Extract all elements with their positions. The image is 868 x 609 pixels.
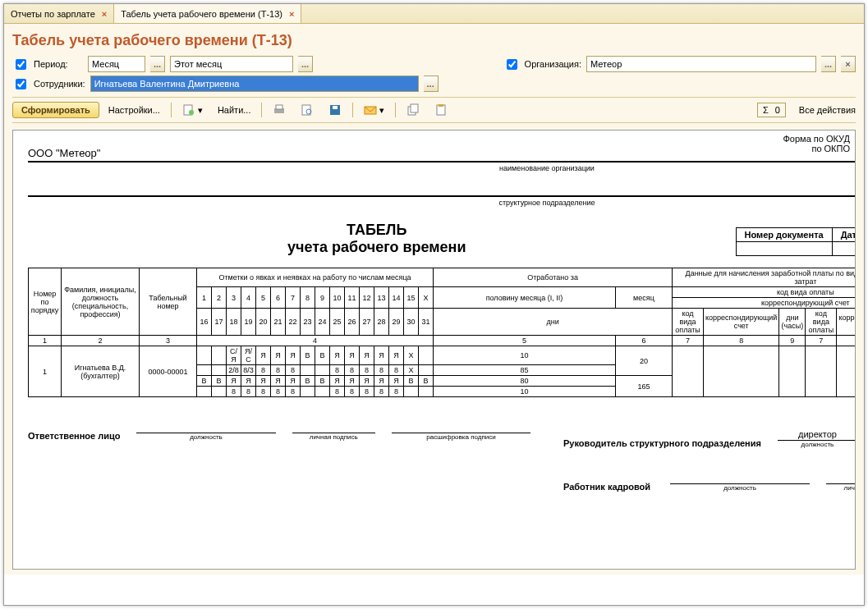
svg-rect-3: [276, 105, 282, 109]
tab-label: Табель учета рабочего времени (Т-13): [121, 9, 282, 19]
all-actions-button[interactable]: Все действия: [799, 105, 856, 115]
period-checkbox[interactable]: [16, 59, 26, 70]
settings-button[interactable]: Настройки...: [103, 102, 166, 118]
main-table: Номер по порядку Фамилия, инициалы, долж…: [28, 268, 856, 397]
emp-checkbox[interactable]: [16, 79, 26, 89]
resp-label: Ответственное лицо: [28, 431, 120, 441]
doc-meta-table: Номер документаДата составления 04.07.20…: [736, 227, 857, 256]
org-sub: наименование организации: [28, 164, 856, 172]
svg-rect-7: [333, 106, 338, 109]
org-field[interactable]: Метеор: [586, 56, 816, 72]
copy-button[interactable]: [401, 100, 425, 120]
period-mode-field[interactable]: Месяц: [88, 56, 145, 72]
copy-icon: [406, 103, 420, 117]
svg-rect-10: [411, 104, 418, 112]
preview-icon: [301, 103, 314, 117]
doc-title: ТАБЕЛЬ учета рабочего времени: [28, 222, 726, 256]
close-icon[interactable]: ×: [289, 9, 294, 19]
paste-button[interactable]: [429, 100, 453, 120]
emp-field[interactable]: Игнатьева Валентина Дмитриевна: [90, 76, 419, 92]
form-codes: Форма по ОКУД по ОКПО: [783, 134, 851, 153]
org-lookup[interactable]: ...: [821, 56, 836, 72]
find-button[interactable]: Найти...: [212, 102, 257, 118]
close-icon[interactable]: ×: [102, 9, 107, 19]
mail-button[interactable]: ▾: [358, 100, 390, 120]
period-mode-lookup[interactable]: ...: [150, 56, 165, 72]
diskette-icon: [328, 103, 342, 117]
print-button[interactable]: [267, 100, 292, 120]
tab-reports[interactable]: Отчеты по зарплате ×: [4, 4, 114, 23]
mail-icon: [364, 103, 377, 117]
sigma-icon: Σ: [763, 105, 769, 115]
variant-button[interactable]: ▾: [177, 100, 209, 120]
preview-button[interactable]: [295, 100, 319, 120]
save-button[interactable]: [323, 100, 347, 120]
page-icon: [182, 103, 195, 117]
report-area[interactable]: Форма по ОКУД по ОКПО ООО "Метеор" наиме…: [12, 130, 856, 570]
org-checkbox[interactable]: [507, 59, 517, 70]
tab-t13[interactable]: Табель учета рабочего времени (Т-13) ×: [114, 4, 301, 23]
hr-label: Работник кадровой: [563, 482, 654, 492]
org-clear[interactable]: ×: [841, 56, 856, 72]
struct-sub: структурное подразделение: [28, 199, 856, 207]
period-value-field[interactable]: Этот месяц: [170, 56, 293, 72]
emp-label: Сотрудники:: [34, 79, 85, 89]
org-label: Организация:: [525, 59, 581, 69]
period-value-lookup[interactable]: ...: [298, 56, 313, 72]
tab-bar: Отчеты по зарплате × Табель учета рабоче…: [4, 4, 864, 24]
org-name: ООО "Метеор": [28, 147, 856, 163]
sum-box: Σ 0: [757, 103, 786, 117]
table-row: 1 Игнатьева В.Д. (бухгалтер) 0000-00001 …: [29, 346, 857, 365]
sum-value: 0: [775, 105, 780, 115]
paste-icon: [434, 103, 448, 117]
head-label: Руководитель структурного подразделения: [563, 438, 761, 448]
tab-label: Отчеты по зарплате: [11, 9, 95, 19]
period-label: Период:: [34, 59, 83, 69]
form-button[interactable]: Сформировать: [12, 102, 99, 118]
emp-lookup[interactable]: ...: [424, 76, 439, 92]
svg-rect-4: [302, 105, 310, 115]
svg-rect-12: [439, 104, 443, 107]
svg-point-1: [189, 110, 194, 115]
page-title: Табель учета рабочего времени (Т-13): [12, 32, 856, 49]
printer-icon: [273, 103, 286, 117]
toolbar: Сформировать Настройки... ▾ Найти... ▾ Σ…: [12, 97, 856, 123]
